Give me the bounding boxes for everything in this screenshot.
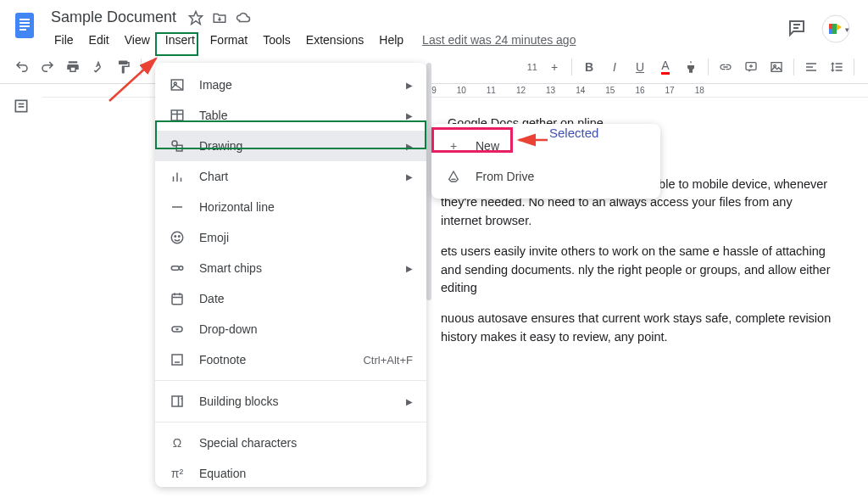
table-icon [169,107,186,124]
cloud-status-icon[interactable] [236,10,251,25]
svg-rect-43 [172,396,182,406]
menu-item-date[interactable]: Date [155,283,426,314]
svg-rect-2 [19,22,30,24]
menu-item-drawing[interactable]: Drawing ▶ [155,131,426,161]
meet-button[interactable]: ▾ [821,14,851,44]
menu-file[interactable]: File [47,30,81,50]
svg-rect-4 [19,29,26,31]
redo-button[interactable] [36,55,59,79]
comments-icon[interactable] [787,18,807,41]
plus-icon: + [445,137,462,154]
svg-rect-36 [172,294,182,305]
text-color-button[interactable]: A [654,55,677,79]
insert-image-button[interactable] [765,55,788,79]
chevron-right-icon: ▶ [406,142,413,151]
chevron-right-icon: ▶ [406,264,413,273]
menu-item-smart-chips[interactable]: Smart chips ▶ [155,253,426,283]
menu-item-equation[interactable]: π² Equation [155,458,426,489]
insert-link-button[interactable] [714,55,737,79]
menu-extensions[interactable]: Extensions [299,30,370,50]
insert-comment-button[interactable] [739,55,763,79]
image-icon [169,76,186,93]
menu-format[interactable]: Format [203,30,254,50]
submenu-item-from-drive[interactable]: From Drive [431,161,660,192]
font-size-increase[interactable]: + [542,55,566,79]
toolbar-separator [141,59,142,76]
menu-help[interactable]: Help [372,30,410,50]
chevron-right-icon: ▶ [406,172,413,182]
document-title[interactable]: Sample Document [47,7,180,28]
svg-rect-15 [771,62,782,71]
outline-icon[interactable] [13,98,30,497]
svg-rect-26 [176,145,182,151]
menu-item-dropdown[interactable]: Drop-down [155,314,426,344]
special-characters-icon: Ω [169,434,186,451]
svg-rect-9 [829,24,832,29]
menu-item-table[interactable]: Table ▶ [155,100,426,131]
menu-item-special-characters[interactable]: Ω Special characters [155,428,426,458]
drawing-submenu: + New From Drive [431,124,660,199]
smart-chips-icon [169,260,186,277]
building-blocks-icon [169,393,186,410]
date-icon [169,290,186,307]
menu-item-emoji[interactable]: Emoji [155,222,426,253]
menu-item-footnote[interactable]: Footnote Ctrl+Alt+F [155,344,426,375]
equation-icon: π² [169,465,186,482]
svg-point-31 [171,232,183,243]
undo-button[interactable] [10,55,34,79]
svg-rect-41 [172,355,182,365]
paint-format-button[interactable] [112,55,136,79]
footnote-icon [169,351,186,368]
bold-button[interactable]: B [577,55,601,79]
chart-icon [169,168,186,185]
drive-icon [445,168,462,185]
svg-rect-1 [19,19,30,20]
docs-logo[interactable] [10,10,41,41]
chevron-right-icon: ▶ [406,397,413,406]
print-button[interactable] [61,55,85,79]
emoji-icon [169,229,186,246]
dropdown-icon [169,321,186,338]
submenu-item-new[interactable]: + New [431,131,660,161]
menu-edit[interactable]: Edit [82,30,116,50]
toolbar: 11 + B I U A [0,50,868,84]
chevron-right-icon: ▶ [406,111,413,120]
line-spacing-button[interactable] [825,55,849,79]
svg-text:▾: ▾ [845,25,849,34]
highlight-button[interactable] [679,55,703,79]
underline-button[interactable]: U [628,55,652,79]
move-folder-icon[interactable] [212,10,227,25]
svg-point-33 [179,236,181,238]
drawing-icon [169,137,186,154]
menu-tools[interactable]: Tools [256,30,298,50]
svg-rect-34 [171,266,179,271]
last-edit-link[interactable]: Last edit was 24 minutes ago [422,33,576,47]
horizontal-line-icon [169,199,186,215]
chevron-right-icon: ▶ [406,81,413,90]
menu-insert[interactable]: Insert [159,30,202,50]
svg-point-32 [175,236,176,238]
menu-item-horizontal-line[interactable]: Horizontal line [155,192,426,222]
menu-divider [155,380,426,381]
spellcheck-button[interactable] [86,55,110,79]
align-button[interactable] [799,55,823,79]
insert-menu-dropdown: Image ▶ Table ▶ Drawing ▶ Chart ▶ Horizo… [155,63,426,487]
menu-divider [155,422,426,422]
menu-item-image[interactable]: Image ▶ [155,70,426,100]
svg-rect-3 [19,25,30,27]
svg-rect-10 [829,29,832,34]
svg-point-35 [179,266,183,271]
menu-item-building-blocks[interactable]: Building blocks ▶ [155,386,426,417]
star-icon[interactable] [188,10,203,25]
menu-view[interactable]: View [118,30,157,50]
italic-button[interactable]: I [603,55,626,79]
menu-item-chart[interactable]: Chart ▶ [155,161,426,192]
font-size-display[interactable]: 11 [524,62,541,72]
svg-marker-5 [190,11,203,24]
